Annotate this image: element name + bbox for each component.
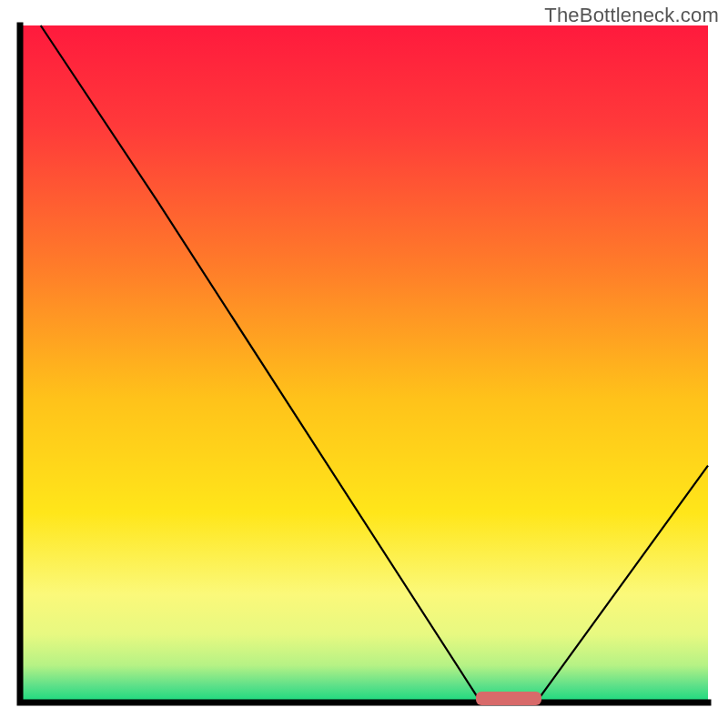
chart-stage: TheBottleneck.com <box>0 0 728 728</box>
optimum-notch-marker <box>476 692 541 705</box>
bottleneck-chart <box>0 0 728 728</box>
watermark-text: TheBottleneck.com <box>544 4 719 27</box>
chart-background <box>20 25 708 703</box>
